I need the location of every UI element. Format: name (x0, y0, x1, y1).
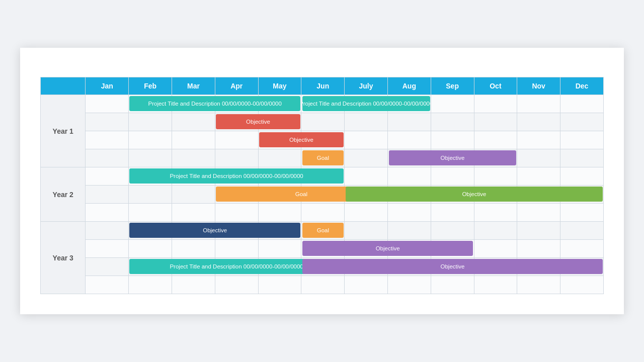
cell-y1-r3-c3 (215, 149, 258, 167)
cell-y2-r1-c6 (345, 186, 388, 204)
cell-y3-r2-c2 (172, 258, 215, 276)
cell-y1-r2-c3 (215, 131, 258, 149)
cell-y2-r2-c3 (215, 204, 258, 222)
cell-y3-r3-c1 (129, 276, 172, 294)
month-header-mar: Mar (172, 77, 215, 95)
cell-y2-r0-c1 (129, 167, 172, 186)
cell-y3-r2-c8 (431, 258, 474, 276)
cell-y1-r3-c0 (86, 149, 129, 167)
cell-y2-r0-c9 (474, 167, 517, 186)
cell-y2-r2-c5 (301, 204, 345, 222)
cell-y1-r3-c11 (560, 149, 604, 167)
cell-y1-r0-c1 (129, 95, 172, 113)
cell-y2-r1-c11 (560, 186, 604, 204)
cell-y3-r0-c11 (560, 222, 604, 240)
cell-y2-r1-c1 (129, 186, 172, 204)
cell-y2-r1-c10 (517, 186, 560, 204)
cell-y2-r0-c6 (345, 167, 388, 186)
cell-y3-r0-c4 (258, 222, 301, 240)
cell-y1-r0-c5 (301, 95, 345, 113)
cell-y2-r2-c1 (129, 204, 172, 222)
cell-y1-r0-c3 (215, 95, 258, 113)
cell-y3-r3-c2 (172, 276, 215, 294)
cell-y3-r1-c0 (86, 240, 129, 258)
cell-y1-r2-c0 (86, 131, 129, 149)
cell-y3-r0-c2 (172, 222, 215, 240)
cell-y1-r0-c11 (560, 95, 604, 113)
cell-y1-r2-c5 (301, 131, 345, 149)
cell-y3-r2-c7 (387, 258, 431, 276)
cell-y1-r2-c8 (431, 131, 474, 149)
cell-y1-r2-c9 (474, 131, 517, 149)
cell-y2-r0-c10 (517, 167, 560, 186)
cell-y1-r0-c9 (474, 95, 517, 113)
cell-y3-r1-c1 (129, 240, 172, 258)
cell-y2-r0-c4 (258, 167, 301, 186)
gantt-chart: JanFebMarAprMayJunJulyAugSepOctNovDecYea… (40, 77, 604, 294)
cell-y1-r2-c11 (560, 131, 604, 149)
cell-y1-r1-c3 (215, 113, 258, 131)
cell-y2-r2-c2 (172, 204, 215, 222)
cell-y1-r3-c6 (345, 149, 388, 167)
cell-y3-r2-c0 (86, 258, 129, 276)
cell-y3-r3-c4 (258, 276, 301, 294)
cell-y3-r3-c3 (215, 276, 258, 294)
month-header-jan: Jan (86, 77, 129, 95)
cell-y1-r0-c2 (172, 95, 215, 113)
cell-y3-r1-c4 (258, 240, 301, 258)
cell-y1-r0-c0 (86, 95, 129, 113)
cell-y2-r0-c7 (387, 167, 431, 186)
cell-y3-r2-c11 (560, 258, 604, 276)
cell-y3-r3-c11 (560, 276, 604, 294)
cell-y2-r1-c3 (215, 186, 258, 204)
cell-y1-r3-c4 (258, 149, 301, 167)
cell-y1-r2-c6 (345, 131, 388, 149)
cell-y3-r1-c10 (517, 240, 560, 258)
cell-y1-r2-c10 (517, 131, 560, 149)
cell-y1-r3-c10 (517, 149, 560, 167)
cell-y1-r1-c4 (258, 113, 301, 131)
cell-y1-r0-c8 (431, 95, 474, 113)
month-header-july: July (345, 77, 388, 95)
cell-y2-r1-c8 (431, 186, 474, 204)
month-header-nov: Nov (517, 77, 560, 95)
month-header-oct: Oct (474, 77, 517, 95)
cell-y1-r1-c11 (560, 113, 604, 131)
cell-y2-r0-c11 (560, 167, 604, 186)
cell-y3-r3-c5 (301, 276, 345, 294)
cell-y1-r1-c9 (474, 113, 517, 131)
cell-y2-r0-c5 (301, 167, 345, 186)
cell-y2-r0-c8 (431, 167, 474, 186)
month-header-aug: Aug (387, 77, 431, 95)
cell-y1-r1-c0 (86, 113, 129, 131)
cell-y3-r1-c6 (345, 240, 388, 258)
cell-y2-r2-c9 (474, 204, 517, 222)
cell-y1-r2-c2 (172, 131, 215, 149)
cell-y2-r2-c7 (387, 204, 431, 222)
cell-y3-r0-c10 (517, 222, 560, 240)
cell-y3-r1-c3 (215, 240, 258, 258)
month-header-jun: Jun (301, 77, 345, 95)
month-header-may: May (258, 77, 301, 95)
cell-y2-r1-c9 (474, 186, 517, 204)
cell-y1-r3-c8 (431, 149, 474, 167)
cell-y3-r0-c9 (474, 222, 517, 240)
cell-y3-r1-c8 (431, 240, 474, 258)
cell-y3-r1-c9 (474, 240, 517, 258)
cell-y2-r2-c4 (258, 204, 301, 222)
month-header-label (41, 77, 86, 95)
cell-y2-r0-c3 (215, 167, 258, 186)
cell-y3-r1-c5 (301, 240, 345, 258)
cell-y2-r0-c0 (86, 167, 129, 186)
cell-y3-r0-c5 (301, 222, 345, 240)
cell-y3-r3-c6 (345, 276, 388, 294)
year-label-1: Year 1 (41, 95, 86, 167)
cell-y3-r1-c7 (387, 240, 431, 258)
cell-y3-r2-c9 (474, 258, 517, 276)
cell-y2-r0-c2 (172, 167, 215, 186)
cell-y1-r0-c6 (345, 95, 388, 113)
cell-y2-r1-c0 (86, 186, 129, 204)
cell-y1-r1-c5 (301, 113, 345, 131)
cell-y1-r0-c10 (517, 95, 560, 113)
cell-y1-r3-c2 (172, 149, 215, 167)
